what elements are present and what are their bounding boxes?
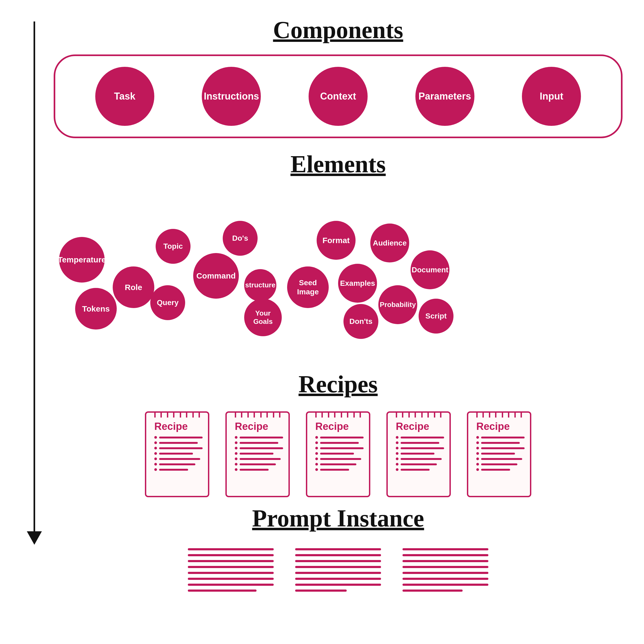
elements-section: Elements TemperatureTokensRoleTopicQuery…: [54, 150, 623, 350]
arrow: [27, 21, 42, 545]
prompt-line: [188, 584, 274, 586]
bubble-donts: Don'ts: [343, 304, 378, 339]
bubble-query: Query: [150, 285, 185, 320]
arrow-line: [34, 21, 35, 531]
component-input: Input: [522, 67, 581, 126]
bubble-format: Format: [317, 221, 356, 260]
recipe-label-4: Recipe: [396, 421, 444, 432]
prompt-line: [295, 548, 381, 550]
bubble-temperature: Temperature: [59, 237, 105, 283]
prompt-doc-2: [295, 548, 381, 592]
prompt-line: [188, 548, 274, 550]
bubble-role: Role: [113, 266, 154, 308]
prompt-line: [403, 572, 488, 574]
prompt-line: [403, 578, 488, 580]
prompt-line: [295, 584, 381, 586]
prompt-doc-3: [403, 548, 488, 592]
bubble-yourgoals: Your Goals: [244, 299, 282, 336]
bubble-command: Command: [193, 253, 239, 299]
recipe-card-3: Recipe: [306, 411, 370, 497]
prompt-docs-row: [54, 548, 623, 592]
recipe-label-2: Recipe: [235, 421, 283, 432]
prompt-section: Prompt Instance: [54, 504, 623, 592]
recipes-row: RecipeRecipeRecipeRecipeRecipe: [54, 411, 623, 497]
prompt-line: [295, 566, 381, 568]
bubble-probability: Probability: [378, 285, 417, 324]
prompt-line: [403, 590, 463, 592]
bubble-seedimage: Seed Image: [287, 266, 329, 308]
recipes-section: Recipes RecipeRecipeRecipeRecipeRecipe: [54, 370, 623, 497]
prompt-line: [188, 578, 274, 580]
prompt-line: [403, 566, 488, 568]
bubble-tokens: Tokens: [75, 288, 117, 330]
prompt-line: [295, 578, 381, 580]
elements-cloud: TemperatureTokensRoleTopicQueryCommandDo…: [54, 183, 623, 350]
components-box: Task Instructions Context Parameters Inp…: [54, 54, 623, 138]
component-parameters: Parameters: [415, 67, 474, 126]
prompt-line: [403, 548, 488, 550]
bubble-examples: Examples: [338, 264, 377, 303]
prompt-line: [403, 560, 488, 562]
bubble-document: Document: [411, 250, 449, 289]
recipe-label-1: Recipe: [154, 421, 203, 432]
recipes-title: Recipes: [54, 370, 623, 398]
recipe-label-5: Recipe: [476, 421, 525, 432]
prompt-doc-1: [188, 548, 274, 592]
elements-title: Elements: [54, 150, 623, 178]
components-title: Components: [54, 16, 623, 44]
bubble-topic: Topic: [156, 229, 191, 264]
recipe-card-4: Recipe: [386, 411, 451, 497]
prompt-line: [188, 590, 257, 592]
prompt-line: [295, 572, 381, 574]
prompt-line: [188, 560, 274, 562]
bubble-script: Script: [419, 299, 453, 334]
components-section: Components Task Instructions Context Par…: [54, 16, 623, 138]
recipe-card-2: Recipe: [225, 411, 290, 497]
recipe-card-1: Recipe: [145, 411, 209, 497]
prompt-line: [295, 590, 347, 592]
prompt-line: [403, 554, 488, 556]
arrow-head: [27, 531, 42, 545]
component-task: Task: [95, 67, 154, 126]
prompt-title: Prompt Instance: [54, 504, 623, 532]
recipe-label-3: Recipe: [315, 421, 364, 432]
component-context: Context: [309, 67, 368, 126]
prompt-line: [295, 560, 381, 562]
prompt-line: [188, 554, 274, 556]
recipe-card-5: Recipe: [467, 411, 531, 497]
prompt-line: [403, 584, 488, 586]
prompt-line: [295, 554, 381, 556]
prompt-line: [188, 566, 274, 568]
bubble-structure: structure: [244, 269, 276, 301]
bubble-audience: Audience: [370, 224, 409, 262]
component-instructions: Instructions: [202, 67, 261, 126]
prompt-line: [188, 572, 274, 574]
bubble-dos: Do's: [223, 221, 258, 256]
